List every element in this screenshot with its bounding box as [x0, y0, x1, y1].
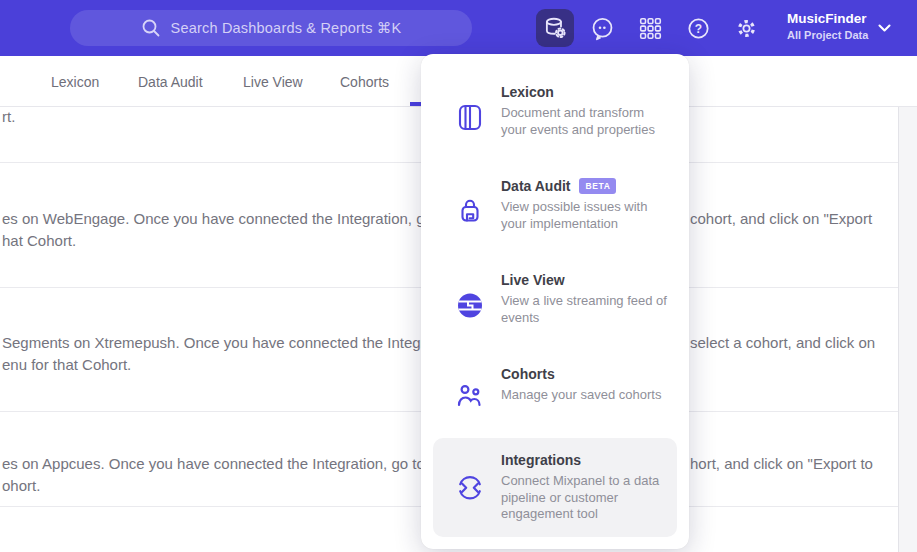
page-gutter — [898, 107, 917, 552]
menu-item-integrations[interactable]: Integrations Connect Mixpanel to a data … — [433, 438, 677, 537]
svg-text:?: ? — [694, 21, 701, 35]
apps-grid-button[interactable] — [631, 9, 669, 47]
settings-button[interactable] — [727, 9, 765, 47]
menu-item-description: View possible issues with your implement… — [501, 199, 669, 232]
row-text: ohort. — [2, 477, 40, 494]
settings-gear-icon — [734, 16, 759, 41]
menu-item-title: Lexicon — [501, 84, 554, 100]
data-management-button[interactable] — [536, 9, 574, 47]
row-text: es on Appcues. Once you have connected t… — [2, 455, 466, 472]
tab-live-view[interactable]: Live View — [243, 56, 303, 107]
menu-item-title: Cohorts — [501, 366, 555, 382]
apps-grid-icon — [638, 16, 663, 41]
menu-item-description: View a live streaming feed of events — [501, 293, 669, 326]
menu-item-cohorts[interactable]: Cohorts Manage your saved cohorts — [433, 352, 677, 438]
row-text: select a cohort, and click on — [690, 334, 875, 351]
row-text: hat Cohort. — [2, 232, 76, 249]
menu-item-description: Manage your saved cohorts — [501, 387, 669, 404]
row-text: cohort, and click on "Export — [690, 210, 872, 227]
menu-item-title: Data Audit — [501, 178, 570, 194]
database-gear-icon — [542, 15, 568, 41]
clipped-text: rt. — [2, 108, 15, 125]
chat-bubble-icon — [590, 16, 615, 41]
cohorts-people-icon — [455, 367, 485, 424]
book-icon — [455, 85, 485, 150]
tab-data-audit[interactable]: Data Audit — [138, 56, 203, 107]
feedback-button[interactable] — [583, 9, 621, 47]
search-placeholder: Search Dashboards & Reports ⌘K — [171, 20, 402, 36]
menu-item-description: Document and transform your events and p… — [501, 105, 669, 138]
project-scope: All Project Data — [787, 29, 868, 41]
project-selector[interactable]: MusicFinder All Project Data — [787, 11, 868, 41]
menu-item-data-audit[interactable]: Data Audit BETA View possible issues wit… — [433, 164, 677, 258]
top-nav-bar: Search Dashboards & Reports ⌘K — [0, 0, 917, 56]
chevron-down-icon[interactable] — [878, 24, 891, 33]
menu-item-description: Connect Mixpanel to a data pipeline or c… — [501, 473, 669, 523]
menu-item-title: Integrations — [501, 452, 581, 468]
project-name: MusicFinder — [787, 11, 868, 26]
beta-badge: BETA — [579, 178, 616, 194]
search-input[interactable]: Search Dashboards & Reports ⌘K — [70, 10, 472, 46]
integrations-sync-icon — [455, 453, 485, 523]
audit-lock-icon — [455, 179, 485, 244]
tab-cohorts[interactable]: Cohorts — [340, 56, 389, 107]
tab-lexicon[interactable]: Lexicon — [51, 56, 99, 107]
row-text: Segments on Xtremepush. Once you have co… — [2, 334, 462, 351]
row-text: enu for that Cohort. — [2, 356, 131, 373]
help-button[interactable]: ? — [679, 9, 717, 47]
menu-item-lexicon[interactable]: Lexicon Document and transform your even… — [433, 70, 677, 164]
row-text: hort, and click on "Export to — [690, 455, 873, 472]
help-icon: ? — [686, 16, 711, 41]
data-management-dropdown: Lexicon Document and transform your even… — [421, 54, 689, 549]
globe-icon — [455, 273, 485, 338]
search-icon — [141, 18, 161, 38]
menu-item-live-view[interactable]: Live View View a live streaming feed of … — [433, 258, 677, 352]
menu-item-title: Live View — [501, 272, 565, 288]
row-text: es on WebEngage. Once you have connected… — [2, 210, 475, 227]
